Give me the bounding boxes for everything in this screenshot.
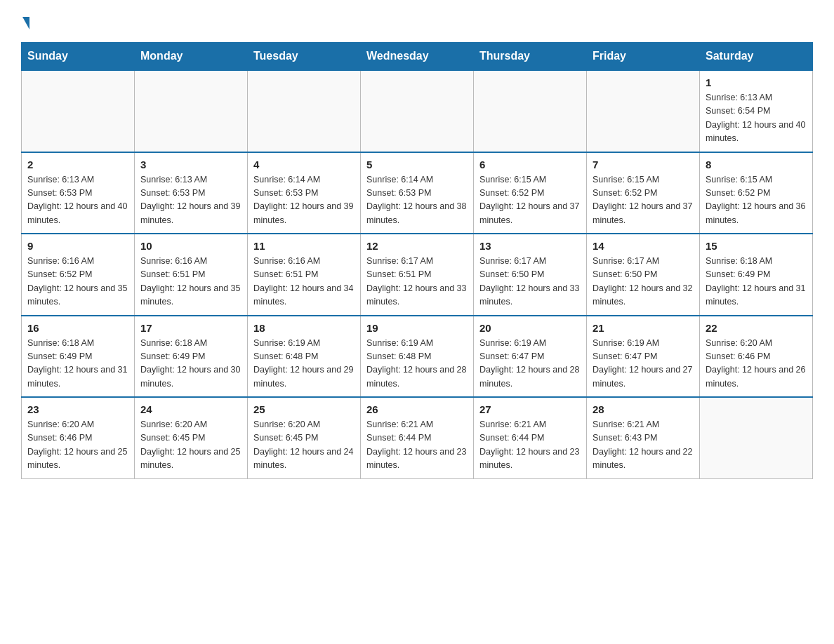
day-info: Sunrise: 6:18 AMSunset: 6:49 PMDaylight:… bbox=[27, 337, 128, 391]
calendar-cell bbox=[135, 70, 248, 152]
calendar-cell: 19Sunrise: 6:19 AMSunset: 6:48 PMDayligh… bbox=[361, 316, 474, 398]
week-row-1: 1Sunrise: 6:13 AMSunset: 6:54 PMDaylight… bbox=[22, 70, 813, 152]
day-info: Sunrise: 6:20 AMSunset: 6:46 PMDaylight:… bbox=[27, 418, 128, 473]
calendar-cell: 20Sunrise: 6:19 AMSunset: 6:47 PMDayligh… bbox=[474, 316, 587, 398]
day-header-saturday: Saturday bbox=[700, 43, 813, 71]
day-number: 7 bbox=[593, 159, 694, 170]
calendar-cell: 6Sunrise: 6:15 AMSunset: 6:52 PMDaylight… bbox=[474, 152, 587, 234]
calendar-cell: 28Sunrise: 6:21 AMSunset: 6:43 PMDayligh… bbox=[587, 397, 700, 478]
day-number: 12 bbox=[366, 240, 468, 252]
day-number: 10 bbox=[140, 240, 241, 252]
day-header-monday: Monday bbox=[135, 43, 248, 71]
day-header-sunday: Sunday bbox=[22, 43, 135, 71]
calendar-cell bbox=[700, 397, 813, 478]
day-info: Sunrise: 6:21 AMSunset: 6:44 PMDaylight:… bbox=[479, 418, 581, 473]
day-info: Sunrise: 6:14 AMSunset: 6:53 PMDaylight:… bbox=[253, 173, 355, 228]
day-number: 9 bbox=[27, 240, 128, 252]
calendar-cell: 15Sunrise: 6:18 AMSunset: 6:49 PMDayligh… bbox=[700, 234, 813, 316]
day-number: 23 bbox=[27, 403, 128, 415]
day-number: 20 bbox=[479, 322, 581, 334]
calendar-cell: 11Sunrise: 6:16 AMSunset: 6:51 PMDayligh… bbox=[248, 234, 361, 316]
calendar-cell: 2Sunrise: 6:13 AMSunset: 6:53 PMDaylight… bbox=[22, 152, 135, 234]
day-info: Sunrise: 6:21 AMSunset: 6:43 PMDaylight:… bbox=[593, 418, 694, 473]
calendar-cell: 7Sunrise: 6:15 AMSunset: 6:52 PMDaylight… bbox=[587, 152, 700, 234]
day-info: Sunrise: 6:20 AMSunset: 6:45 PMDaylight:… bbox=[140, 418, 241, 473]
calendar-cell: 21Sunrise: 6:19 AMSunset: 6:47 PMDayligh… bbox=[587, 316, 700, 398]
calendar-cell bbox=[22, 70, 135, 152]
calendar-cell bbox=[248, 70, 361, 152]
day-info: Sunrise: 6:13 AMSunset: 6:54 PMDaylight:… bbox=[706, 91, 807, 146]
day-number: 11 bbox=[253, 240, 355, 252]
day-info: Sunrise: 6:17 AMSunset: 6:51 PMDaylight:… bbox=[366, 255, 468, 309]
day-info: Sunrise: 6:19 AMSunset: 6:48 PMDaylight:… bbox=[366, 337, 468, 391]
calendar-cell: 22Sunrise: 6:20 AMSunset: 6:46 PMDayligh… bbox=[700, 316, 813, 398]
calendar-table: SundayMondayTuesdayWednesdayThursdayFrid… bbox=[21, 42, 813, 479]
day-number: 3 bbox=[140, 159, 241, 170]
day-number: 24 bbox=[140, 403, 241, 415]
page-header bbox=[21, 17, 813, 29]
calendar-cell: 3Sunrise: 6:13 AMSunset: 6:53 PMDaylight… bbox=[135, 152, 248, 234]
calendar-cell: 14Sunrise: 6:17 AMSunset: 6:50 PMDayligh… bbox=[587, 234, 700, 316]
day-number: 25 bbox=[253, 403, 355, 415]
day-number: 2 bbox=[27, 159, 128, 170]
calendar-cell: 5Sunrise: 6:14 AMSunset: 6:53 PMDaylight… bbox=[361, 152, 474, 234]
calendar-cell: 9Sunrise: 6:16 AMSunset: 6:52 PMDaylight… bbox=[22, 234, 135, 316]
logo-arrow-icon bbox=[22, 17, 29, 29]
day-header-friday: Friday bbox=[587, 43, 700, 71]
calendar-cell: 16Sunrise: 6:18 AMSunset: 6:49 PMDayligh… bbox=[22, 316, 135, 398]
day-info: Sunrise: 6:18 AMSunset: 6:49 PMDaylight:… bbox=[706, 255, 807, 309]
day-number: 8 bbox=[706, 159, 807, 170]
day-number: 4 bbox=[253, 159, 355, 170]
day-info: Sunrise: 6:15 AMSunset: 6:52 PMDaylight:… bbox=[479, 173, 581, 228]
day-number: 19 bbox=[366, 322, 468, 334]
calendar-cell: 18Sunrise: 6:19 AMSunset: 6:48 PMDayligh… bbox=[248, 316, 361, 398]
day-info: Sunrise: 6:17 AMSunset: 6:50 PMDaylight:… bbox=[593, 255, 694, 309]
day-info: Sunrise: 6:14 AMSunset: 6:53 PMDaylight:… bbox=[366, 173, 468, 228]
calendar-cell: 25Sunrise: 6:20 AMSunset: 6:45 PMDayligh… bbox=[248, 397, 361, 478]
day-info: Sunrise: 6:13 AMSunset: 6:53 PMDaylight:… bbox=[140, 173, 241, 228]
day-number: 1 bbox=[706, 76, 807, 88]
calendar-cell bbox=[474, 70, 587, 152]
day-header-wednesday: Wednesday bbox=[361, 43, 474, 71]
day-header-thursday: Thursday bbox=[474, 43, 587, 71]
logo bbox=[21, 17, 31, 29]
day-info: Sunrise: 6:21 AMSunset: 6:44 PMDaylight:… bbox=[366, 418, 468, 473]
calendar-cell: 4Sunrise: 6:14 AMSunset: 6:53 PMDaylight… bbox=[248, 152, 361, 234]
day-number: 26 bbox=[366, 403, 468, 415]
calendar-cell: 10Sunrise: 6:16 AMSunset: 6:51 PMDayligh… bbox=[135, 234, 248, 316]
week-row-3: 9Sunrise: 6:16 AMSunset: 6:52 PMDaylight… bbox=[22, 234, 813, 316]
week-row-5: 23Sunrise: 6:20 AMSunset: 6:46 PMDayligh… bbox=[22, 397, 813, 478]
calendar-cell: 17Sunrise: 6:18 AMSunset: 6:49 PMDayligh… bbox=[135, 316, 248, 398]
day-number: 21 bbox=[593, 322, 694, 334]
day-number: 16 bbox=[27, 322, 128, 334]
calendar-cell: 24Sunrise: 6:20 AMSunset: 6:45 PMDayligh… bbox=[135, 397, 248, 478]
day-info: Sunrise: 6:20 AMSunset: 6:45 PMDaylight:… bbox=[253, 418, 355, 473]
calendar-cell bbox=[361, 70, 474, 152]
day-number: 17 bbox=[140, 322, 241, 334]
calendar-cell: 8Sunrise: 6:15 AMSunset: 6:52 PMDaylight… bbox=[700, 152, 813, 234]
calendar-cell: 1Sunrise: 6:13 AMSunset: 6:54 PMDaylight… bbox=[700, 70, 813, 152]
day-number: 27 bbox=[479, 403, 581, 415]
day-number: 28 bbox=[593, 403, 694, 415]
day-info: Sunrise: 6:19 AMSunset: 6:47 PMDaylight:… bbox=[479, 337, 581, 391]
day-info: Sunrise: 6:19 AMSunset: 6:47 PMDaylight:… bbox=[593, 337, 694, 391]
day-info: Sunrise: 6:20 AMSunset: 6:46 PMDaylight:… bbox=[706, 337, 807, 391]
day-info: Sunrise: 6:16 AMSunset: 6:51 PMDaylight:… bbox=[253, 255, 355, 309]
calendar-cell: 27Sunrise: 6:21 AMSunset: 6:44 PMDayligh… bbox=[474, 397, 587, 478]
day-info: Sunrise: 6:16 AMSunset: 6:52 PMDaylight:… bbox=[27, 255, 128, 309]
calendar-cell: 13Sunrise: 6:17 AMSunset: 6:50 PMDayligh… bbox=[474, 234, 587, 316]
calendar-cell: 23Sunrise: 6:20 AMSunset: 6:46 PMDayligh… bbox=[22, 397, 135, 478]
day-number: 14 bbox=[593, 240, 694, 252]
day-info: Sunrise: 6:17 AMSunset: 6:50 PMDaylight:… bbox=[479, 255, 581, 309]
week-row-4: 16Sunrise: 6:18 AMSunset: 6:49 PMDayligh… bbox=[22, 316, 813, 398]
day-number: 5 bbox=[366, 159, 468, 170]
day-number: 18 bbox=[253, 322, 355, 334]
calendar-header-row: SundayMondayTuesdayWednesdayThursdayFrid… bbox=[22, 43, 813, 71]
calendar-cell: 12Sunrise: 6:17 AMSunset: 6:51 PMDayligh… bbox=[361, 234, 474, 316]
day-number: 6 bbox=[479, 159, 581, 170]
day-info: Sunrise: 6:15 AMSunset: 6:52 PMDaylight:… bbox=[706, 173, 807, 228]
day-number: 22 bbox=[706, 322, 807, 334]
day-info: Sunrise: 6:16 AMSunset: 6:51 PMDaylight:… bbox=[140, 255, 241, 309]
day-info: Sunrise: 6:15 AMSunset: 6:52 PMDaylight:… bbox=[593, 173, 694, 228]
day-info: Sunrise: 6:13 AMSunset: 6:53 PMDaylight:… bbox=[27, 173, 128, 228]
